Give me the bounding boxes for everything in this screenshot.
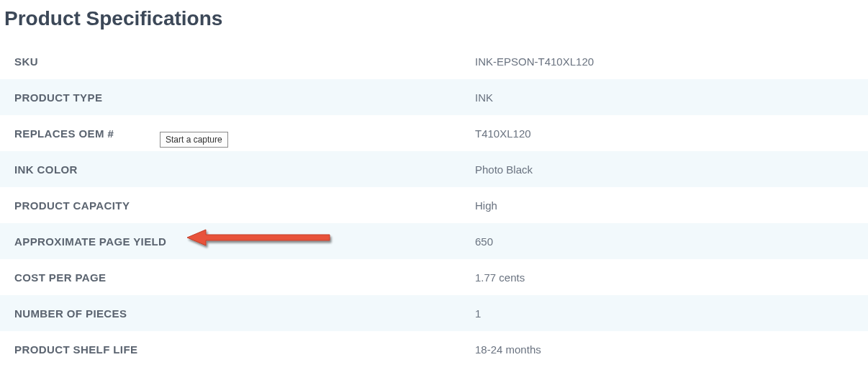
table-row: SKU INK-EPSON-T410XL120 (0, 43, 868, 79)
spec-value: High (475, 199, 861, 212)
spec-label: APPROXIMATE PAGE YIELD (14, 235, 475, 248)
specifications-table: SKU INK-EPSON-T410XL120 PRODUCT TYPE INK… (0, 43, 868, 367)
table-row: APPROXIMATE PAGE YIELD 650 (0, 223, 868, 259)
spec-value: Photo Black (475, 163, 861, 176)
spec-label: PRODUCT TYPE (14, 91, 475, 104)
spec-value: T410XL120 (475, 127, 861, 140)
spec-label: INK COLOR (14, 163, 475, 176)
spec-value: 18-24 months (475, 343, 861, 356)
capture-tooltip: Start a capture (160, 132, 228, 148)
spec-label: PRODUCT SHELF LIFE (14, 343, 475, 356)
spec-label: NUMBER OF PIECES (14, 307, 475, 320)
spec-value: 1 (475, 307, 861, 320)
spec-label: PRODUCT CAPACITY (14, 199, 475, 212)
spec-label: COST PER PAGE (14, 271, 475, 284)
spec-label: REPLACES OEM # (14, 127, 475, 140)
table-row: REPLACES OEM # T410XL120 (0, 115, 868, 151)
page-title: Product Specifications (0, 0, 868, 43)
table-row: PRODUCT CAPACITY High (0, 187, 868, 223)
table-row: COST PER PAGE 1.77 cents (0, 259, 868, 295)
table-row: INK COLOR Photo Black (0, 151, 868, 187)
spec-value: INK (475, 91, 861, 104)
table-row: NUMBER OF PIECES 1 (0, 295, 868, 331)
spec-label: SKU (14, 55, 475, 68)
spec-value: INK-EPSON-T410XL120 (475, 55, 861, 68)
spec-value: 650 (475, 235, 861, 248)
table-row: PRODUCT SHELF LIFE 18-24 months (0, 331, 868, 367)
spec-value: 1.77 cents (475, 271, 861, 284)
table-row: PRODUCT TYPE INK (0, 79, 868, 115)
